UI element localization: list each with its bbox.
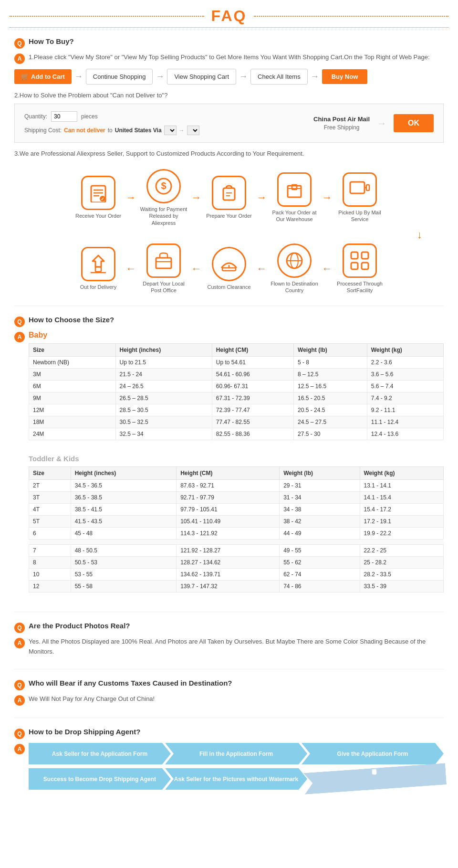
table-cell: 121.92 - 128.27 — [177, 545, 280, 557]
q1-answer: A 1.Please click "View My Store" or "Vie… — [14, 53, 444, 64]
continue-shopping-button[interactable]: Continue Shopping — [86, 69, 153, 85]
flown-label: Flown to Destination Country — [270, 280, 320, 294]
table-cell: 55 - 58 — [71, 581, 177, 593]
p-arrow2: → — [191, 191, 202, 204]
check-all-button[interactable]: Check All Items — [250, 69, 308, 85]
q5-answer: A Ask Seller for the Application Form Fi… — [14, 743, 444, 790]
todd-col-height-cm: Height (CM) — [177, 467, 280, 480]
ds-step1-label: Ask Seller for the Application Form — [52, 751, 147, 757]
svg-rect-11 — [288, 186, 301, 197]
shipping-select2[interactable] — [187, 126, 199, 135]
table-cell: 34.5 - 36.5 — [71, 480, 177, 492]
baby-col-height-cm: Height (CM) — [212, 344, 293, 357]
table-cell: 7.4 - 9.2 — [367, 392, 443, 404]
table-cell: 29 - 31 — [280, 480, 360, 492]
waiting-icon: $ — [146, 169, 181, 203]
china-post-label: China Post Air Mail — [313, 116, 370, 123]
table-cell: 9M — [29, 392, 116, 404]
cart-icon: 🛒 — [21, 73, 29, 80]
flown-icon — [277, 243, 312, 278]
table-cell: 6M — [29, 381, 116, 392]
table-cell: 24M — [29, 428, 116, 440]
process-step-customs: Custom Clearance — [204, 247, 254, 290]
table-cell: 24 – 26.5 — [115, 381, 212, 392]
q1-text: How To Buy? — [29, 37, 74, 45]
q2-question: Q How to Choose the Size? — [14, 316, 444, 327]
out-icon — [81, 247, 115, 281]
table-cell: 38.5 - 41.5 — [71, 504, 177, 516]
table-cell: 105.41 - 110.49 — [177, 516, 280, 528]
shipping-cost-label: Shipping Cost: — [24, 127, 62, 134]
table-cell: 9.2 - 11.1 — [367, 404, 443, 416]
view-cart-label: View Shopping Cart — [174, 73, 229, 80]
table-cell: 12.4 - 13.6 — [367, 428, 443, 440]
a1-badge: A — [14, 53, 25, 64]
add-to-cart-button[interactable]: 🛒 Add to Cart — [14, 69, 72, 84]
toddler-table: Size Height (inches) Height (CM) Weight … — [29, 466, 444, 593]
table-cell: 50.5 - 53 — [71, 557, 177, 569]
table-cell: 15.4 - 17.2 — [360, 504, 444, 516]
table-cell: 36.5 - 38.5 — [71, 492, 177, 504]
todd-col-weight-lb: Weight (lb) — [280, 467, 360, 480]
add-to-cart-label: Add to Cart — [31, 73, 65, 80]
shipping-select[interactable] — [164, 126, 177, 135]
baby-col-weight-lb: Weight (lb) — [294, 344, 367, 357]
q1-question: Q How To Buy? — [14, 37, 444, 49]
qty-input[interactable] — [51, 111, 77, 122]
dropship-row2: Success to Become Drop Shipping Agent As… — [29, 768, 444, 790]
process-step-pickup: Picked Up By Mail Service — [335, 172, 385, 223]
prepare-icon — [212, 176, 246, 210]
q3-answer: A Yes. All the Photos Displayed are 100%… — [14, 637, 444, 657]
pickup-label: Picked Up By Mail Service — [335, 209, 385, 223]
table-cell: 74 - 86 — [280, 581, 360, 593]
customs-label: Custom Clearance — [207, 284, 250, 290]
svg-rect-17 — [362, 252, 368, 259]
table-cell: 6 — [29, 528, 71, 540]
svg-text:$: $ — [161, 180, 166, 191]
baby-col-weight-kg: Weight (kg) — [367, 344, 443, 357]
table-cell: 17.2 - 19.1 — [360, 516, 444, 528]
view-cart-button[interactable]: View Shopping Cart — [167, 69, 236, 85]
table-cell: 19.9 - 22.2 — [360, 528, 444, 540]
table-cell: 139.7 - 147.32 — [177, 581, 280, 593]
q5-badge: Q — [14, 729, 25, 739]
q5-text: How to be Drop Shipping Agent? — [29, 728, 140, 736]
table-cell: 2T — [29, 480, 71, 492]
faq-title: FAQ — [204, 7, 254, 25]
q3-question: Q Are the Product Photos Real? — [14, 622, 444, 633]
table-cell: 5 - 8 — [294, 357, 367, 369]
cannot-label: Can not deliver — [64, 127, 105, 134]
ds-step1: Ask Seller for the Application Form — [29, 743, 171, 764]
table-cell: 27.5 - 30 — [294, 428, 367, 440]
table-cell: 3T — [29, 492, 71, 504]
table-cell: 60.96- 67.31 — [212, 381, 293, 392]
table-cell: 22.2 - 25 — [360, 545, 444, 557]
country-label: United States Via — [115, 127, 162, 134]
table-cell: 12.5 – 16.5 — [294, 381, 367, 392]
table-cell: 13.1 - 14.1 — [360, 480, 444, 492]
baby-table: Size Height (inches) Height (CM) Weight … — [29, 343, 444, 440]
svg-rect-25 — [156, 258, 171, 268]
arrow3: → — [239, 72, 248, 82]
table-cell: 18M — [29, 416, 116, 428]
process-step-waiting: $ Waiting for Payment Released by Aliexp… — [139, 169, 189, 226]
dropship-row1: Ask Seller for the Application Form Fill… — [29, 743, 444, 764]
a3-text-content: Yes. All the Photos Displayed are 100% R… — [29, 637, 444, 657]
q4-question: Q Who will Bear if any Customs Taxes Cau… — [14, 679, 444, 690]
buy-now-label: Buy Now — [332, 73, 358, 80]
q3-badge: Q — [14, 623, 25, 633]
process-step-depart: Depart Your Local Post Office — [139, 243, 189, 294]
svg-rect-18 — [351, 263, 358, 269]
svg-rect-19 — [362, 263, 368, 269]
table-cell: 24.5 – 27.5 — [294, 416, 367, 428]
buy-now-button[interactable]: Buy Now — [322, 69, 368, 84]
q1-badge: Q — [14, 38, 25, 49]
table-cell: 12M — [29, 404, 116, 416]
ok-button[interactable]: OK — [394, 114, 434, 132]
table-cell: 72.39 - 77.47 — [212, 404, 293, 416]
table-cell: 54.61 - 60.96 — [212, 369, 293, 381]
table-cell: 25 - 28.2 — [360, 557, 444, 569]
ds-step4-label: Success to Become Drop Shipping Agent — [43, 776, 156, 783]
process-step-out: Out for Delivery — [73, 247, 124, 290]
p-arrow7: ← — [191, 263, 202, 275]
